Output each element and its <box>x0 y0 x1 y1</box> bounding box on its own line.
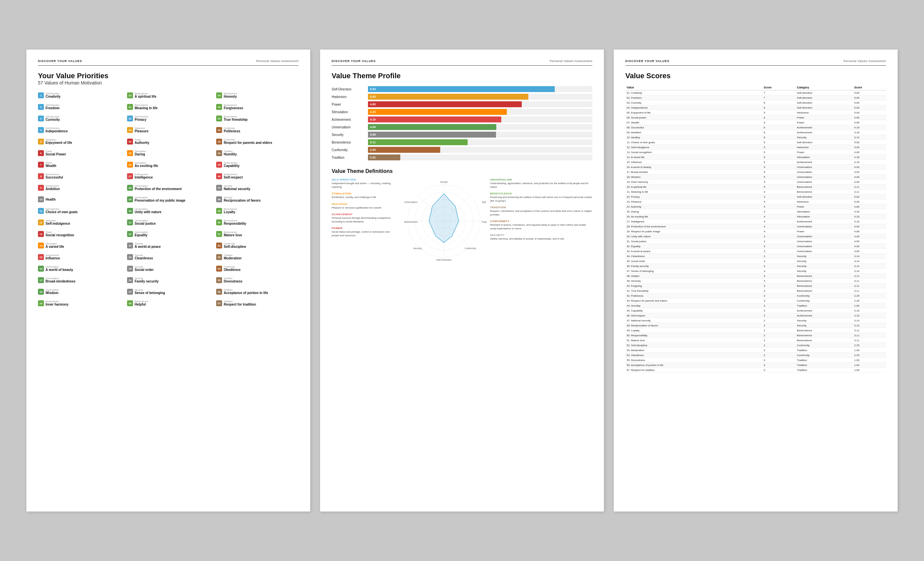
value-badge: 14 <box>38 243 44 249</box>
value-cell: 08. Successful <box>626 125 762 130</box>
cat-score-cell: 5.83 <box>853 100 886 105</box>
cat-score-cell: 4.16 <box>853 219 886 224</box>
value-category-label: Hedonism <box>45 219 70 222</box>
col-score: Score <box>762 85 795 90</box>
list-item: 51BenevolenceMature love <box>216 230 298 238</box>
score-cell: 5 <box>762 175 795 180</box>
value-badge: 40 <box>216 104 222 110</box>
value-text-block: BenevolenceMeaning in life <box>135 104 158 110</box>
bar-outer: 3.11 <box>368 139 592 145</box>
definitions-right: UNIVERSALISMUnderstanding, appreciation,… <box>490 178 592 264</box>
bar-inner: 5.83 <box>368 86 555 92</box>
table-row: 52. Self-discipline2Conformity2.25 <box>626 343 886 348</box>
value-cell: 38. Helpful <box>626 274 762 279</box>
value-badge: 8 <box>38 173 44 179</box>
table-row: 27. Intelligence4Achievement4.16 <box>626 219 886 224</box>
table-row: 40. Forgiving3Benevolence3.11 <box>626 284 886 288</box>
bar-outer: 5.83 <box>368 86 592 92</box>
def-title-right: SECURITY <box>490 234 592 237</box>
value-text-block: BenevolenceA spiritual life <box>135 92 156 98</box>
value-text-block: UniversalismPreservation of my public im… <box>135 196 186 202</box>
value-cell: 46. Self-respect <box>626 313 762 318</box>
value-name: A world at peace <box>135 245 161 249</box>
value-name: An exciting life <box>135 164 158 168</box>
score-cell: 6 <box>762 130 795 135</box>
value-cell: 50. Responsibility <box>626 333 762 338</box>
score-cell: 4 <box>762 224 795 229</box>
value-badge: 38 <box>127 300 133 306</box>
list-item: 15AchievementInfluence <box>38 252 120 262</box>
cat-score-cell: 4.00 <box>853 249 886 254</box>
bar-label: Power <box>332 103 368 106</box>
value-name: Sense of belonging <box>135 291 165 295</box>
report-subtitle-2: Personal Values Assessment <box>550 59 592 63</box>
value-name: Responsibility <box>224 222 246 225</box>
list-item: 29UniversalismPreservation of my public … <box>127 195 210 204</box>
table-row: 06. Social power6Power4.80 <box>626 115 886 120</box>
value-name: Reciprocation of favors <box>224 199 261 202</box>
value-badge: 19 <box>38 300 44 306</box>
score-cell: 3 <box>762 259 795 264</box>
category-cell: Security <box>796 268 853 274</box>
cat-score-cell: 3.11 <box>853 189 886 194</box>
category-cell: Security <box>796 259 853 264</box>
value-badge: 24 <box>127 139 133 144</box>
value-cell: 05. Enjoyment of life <box>626 110 762 115</box>
score-cell: 2 <box>762 318 795 323</box>
cat-score-cell: 3.11 <box>853 333 886 338</box>
cat-score-cell: 4.00 <box>853 165 886 170</box>
cat-score-cell: 3.11 <box>853 328 886 333</box>
category-cell: Conformity <box>796 353 853 358</box>
score-cell: 3 <box>762 254 795 259</box>
cat-score-cell: 3.14 <box>853 254 886 259</box>
value-text-block: Self-DirectionChoice of own goals <box>45 208 78 214</box>
bar-value: 5.83 <box>370 87 376 91</box>
bar-row: Conformity2.25 <box>332 147 592 153</box>
value-name: Curiosity <box>45 118 60 122</box>
list-item: 30UniversalismUnity with nature <box>127 206 210 216</box>
bar-inner: 3.11 <box>368 139 468 145</box>
value-text-block: Self-DirectionPrivacy <box>135 116 148 122</box>
value-cell: 56. Acceptance of portion in life <box>626 363 762 368</box>
value-name: Privacy <box>135 118 148 122</box>
value-category-label: Conformity <box>224 127 240 129</box>
list-item: 23HedonismPleasure <box>127 125 210 135</box>
table-row: 05. Enjoyment of life5Hedonism5.00 <box>626 110 886 115</box>
value-name: A varied life <box>45 245 64 249</box>
bar-label: Security <box>332 133 368 136</box>
list-item: 44TraditionHumility <box>216 148 298 158</box>
table-row: 33. A world at peace3Universalism4.00 <box>626 249 886 254</box>
category-cell: Achievement <box>796 313 853 318</box>
list-item: 31UniversalismSocial justice <box>127 218 210 227</box>
category-cell: Universalism <box>796 244 853 249</box>
score-cell: 4 <box>762 209 795 214</box>
value-cell: 26. An exciting life <box>626 214 762 219</box>
definitions-layout: SELF-DIRECTIONIndependent thought and ac… <box>332 178 592 264</box>
value-text-block: Health <box>45 198 56 201</box>
page3-heading: Value Scores <box>626 72 886 80</box>
value-category-label: Tradition <box>224 289 268 291</box>
value-text-block: PowerAuthority <box>135 139 149 144</box>
value-category-label: Security <box>135 289 165 291</box>
bar-outer: 4.16 <box>368 117 592 122</box>
value-category-label: Achievement <box>224 173 243 176</box>
table-row: 28. Protection of the environment4Univer… <box>626 224 886 229</box>
cat-score-cell: 4.00 <box>853 234 886 239</box>
score-cell: 2 <box>762 343 795 348</box>
value-name: Broad-mindedness <box>45 279 76 283</box>
category-cell: Universalism <box>796 234 853 239</box>
brand-label-3: DISCOVER YOUR VALUES <box>626 59 670 63</box>
cat-score-cell: 4.00 <box>853 175 886 180</box>
cat-score-cell: 4.33 <box>853 214 886 219</box>
list-item: 50BenevolenceResponsibility <box>216 218 298 227</box>
table-row: 25. Daring4Stimulation4.33 <box>626 209 886 214</box>
list-item: 43ConformityRespect for parents and elde… <box>216 137 298 146</box>
score-cell: 5 <box>762 155 795 160</box>
value-cell: 12. Self-indulgence <box>626 145 762 150</box>
table-row: 03. Curiosity6Self-direction5.83 <box>626 100 886 105</box>
cat-score-cell: 3.11 <box>853 274 886 279</box>
value-name: Self-discipline <box>224 245 246 249</box>
value-name: Respect for parents and elders <box>224 141 272 144</box>
def-title: STIMULATION <box>332 192 398 195</box>
table-row: 22. Privacy4Self-direction5.83 <box>626 194 886 200</box>
